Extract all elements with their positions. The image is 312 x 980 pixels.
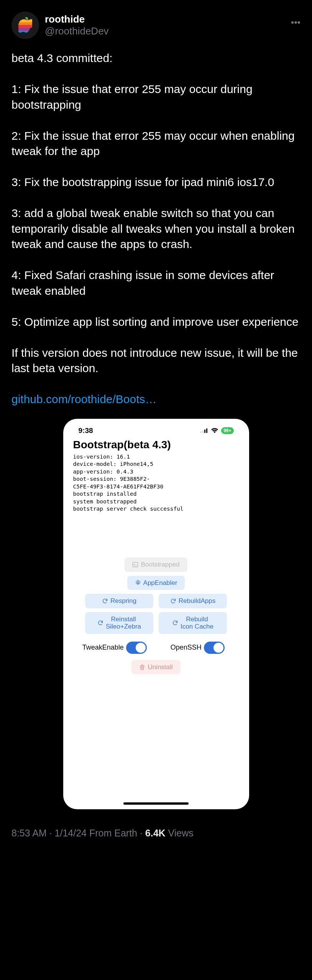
rebuildapps-button[interactable]: RebuildApps (159, 594, 227, 608)
bootstrap-log: ios-version: 16.1 device-model: iPhone14… (72, 453, 241, 513)
svg-rect-2 (204, 430, 205, 433)
reinstall-button[interactable]: Reinstall Sileo+Zebra (85, 612, 153, 634)
apple-logo-icon (18, 17, 32, 33)
appenabler-button[interactable]: AppEnabler (127, 576, 185, 590)
tweet-header: roothide @roothideDev ••• (11, 11, 301, 39)
statusbar: 9:38 99+ (72, 425, 241, 438)
svg-rect-0 (200, 431, 202, 433)
cellular-icon (200, 428, 208, 433)
app-title: Bootstrap(beta 4.3) (72, 438, 241, 453)
refresh-icon (102, 598, 108, 604)
home-indicator (123, 802, 189, 805)
footer-source: From Earth (89, 828, 137, 838)
terminal-icon (132, 562, 138, 568)
refresh-icon (97, 620, 103, 626)
rebuildicon-button[interactable]: Rebuild Icon Cache (159, 612, 227, 634)
refresh-icon (170, 598, 176, 604)
svg-rect-4 (133, 562, 138, 567)
respring-button[interactable]: Respring (85, 594, 153, 608)
tweakenable-toggle[interactable] (126, 642, 147, 654)
display-name[interactable]: roothide (45, 13, 109, 25)
tweet-link[interactable]: github.com/roothide/Boots… (11, 393, 157, 405)
handle[interactable]: @roothideDev (45, 25, 109, 37)
tweet-footer: 8:53 AM · 1/14/24 From Earth · 6.4K View… (0, 817, 312, 850)
footer-time[interactable]: 8:53 AM (11, 828, 47, 838)
tweet-text: beta 4.3 committed: 1: Fix the issue tha… (11, 52, 301, 374)
openssh-label: OpenSSH (171, 644, 202, 652)
views-suffix: Views (168, 828, 194, 838)
statusbar-time: 9:38 (79, 426, 93, 435)
bootstrapped-button: Bootstrapped (125, 557, 187, 572)
svg-point-5 (137, 582, 139, 583)
avatar[interactable] (11, 11, 39, 39)
views-count[interactable]: 6.4K (145, 828, 166, 838)
refresh-icon (172, 620, 178, 626)
battery-badge: 99+ (221, 427, 233, 434)
media-attachment[interactable]: 9:38 99+ Bootstrap(beta 4.3) ios-version… (11, 419, 301, 809)
trash-icon (139, 664, 145, 670)
uninstall-button[interactable]: Uninstall (131, 660, 180, 675)
more-icon[interactable]: ••• (291, 17, 301, 28)
footer-date[interactable]: 1/14/24 (55, 828, 87, 838)
svg-rect-1 (202, 431, 204, 433)
svg-rect-3 (206, 428, 207, 433)
phone-screenshot: 9:38 99+ Bootstrap(beta 4.3) ios-version… (63, 419, 249, 809)
gear-icon (135, 580, 141, 586)
tweakenable-label: TweakEnable (82, 644, 124, 652)
wifi-icon (211, 428, 218, 433)
tweet-body: beta 4.3 committed: 1: Fix the issue tha… (11, 51, 301, 407)
openssh-toggle[interactable] (204, 642, 225, 654)
